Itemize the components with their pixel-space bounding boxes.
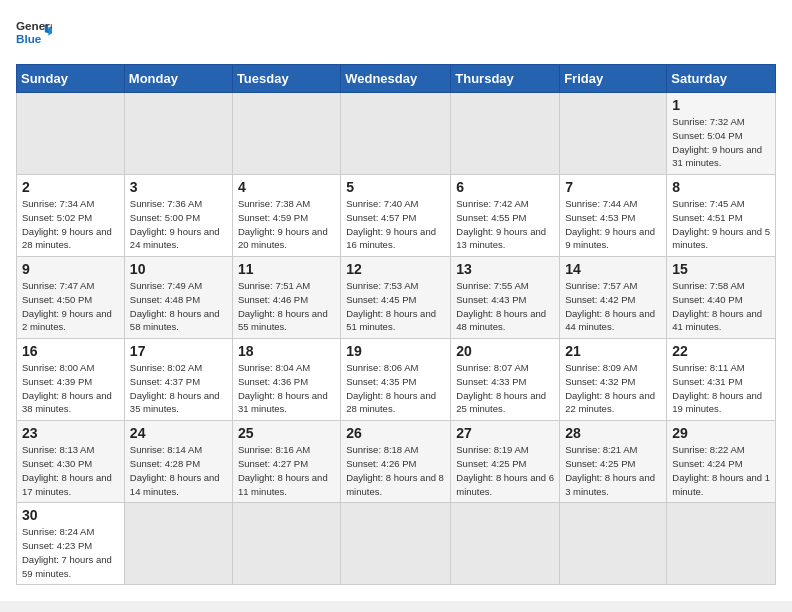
day-info: Sunrise: 7:42 AM Sunset: 4:55 PM Dayligh… xyxy=(456,197,554,252)
day-info: Sunrise: 7:44 AM Sunset: 4:53 PM Dayligh… xyxy=(565,197,661,252)
day-number: 23 xyxy=(22,425,119,441)
calendar-cell: 17Sunrise: 8:02 AM Sunset: 4:37 PM Dayli… xyxy=(124,339,232,421)
day-info: Sunrise: 8:09 AM Sunset: 4:32 PM Dayligh… xyxy=(565,361,661,416)
day-info: Sunrise: 7:49 AM Sunset: 4:48 PM Dayligh… xyxy=(130,279,227,334)
day-number: 24 xyxy=(130,425,227,441)
day-number: 16 xyxy=(22,343,119,359)
calendar-cell: 15Sunrise: 7:58 AM Sunset: 4:40 PM Dayli… xyxy=(667,257,776,339)
day-number: 1 xyxy=(672,97,770,113)
calendar-cell: 11Sunrise: 7:51 AM Sunset: 4:46 PM Dayli… xyxy=(232,257,340,339)
calendar-cell xyxy=(124,503,232,585)
svg-text:Blue: Blue xyxy=(16,32,42,45)
day-info: Sunrise: 7:32 AM Sunset: 5:04 PM Dayligh… xyxy=(672,115,770,170)
page: General Blue SundayMondayTuesdayWednesda… xyxy=(0,0,792,601)
day-info: Sunrise: 8:06 AM Sunset: 4:35 PM Dayligh… xyxy=(346,361,445,416)
day-info: Sunrise: 7:57 AM Sunset: 4:42 PM Dayligh… xyxy=(565,279,661,334)
calendar-cell xyxy=(341,93,451,175)
calendar-cell: 3Sunrise: 7:36 AM Sunset: 5:00 PM Daylig… xyxy=(124,175,232,257)
calendar-cell: 13Sunrise: 7:55 AM Sunset: 4:43 PM Dayli… xyxy=(451,257,560,339)
day-number: 10 xyxy=(130,261,227,277)
calendar-cell: 12Sunrise: 7:53 AM Sunset: 4:45 PM Dayli… xyxy=(341,257,451,339)
day-number: 5 xyxy=(346,179,445,195)
day-info: Sunrise: 8:04 AM Sunset: 4:36 PM Dayligh… xyxy=(238,361,335,416)
header: General Blue xyxy=(16,16,776,52)
weekday-header-tuesday: Tuesday xyxy=(232,65,340,93)
day-info: Sunrise: 7:55 AM Sunset: 4:43 PM Dayligh… xyxy=(456,279,554,334)
day-info: Sunrise: 7:51 AM Sunset: 4:46 PM Dayligh… xyxy=(238,279,335,334)
calendar-cell: 14Sunrise: 7:57 AM Sunset: 4:42 PM Dayli… xyxy=(560,257,667,339)
calendar-cell: 25Sunrise: 8:16 AM Sunset: 4:27 PM Dayli… xyxy=(232,421,340,503)
day-number: 4 xyxy=(238,179,335,195)
day-number: 3 xyxy=(130,179,227,195)
day-number: 6 xyxy=(456,179,554,195)
calendar-cell: 20Sunrise: 8:07 AM Sunset: 4:33 PM Dayli… xyxy=(451,339,560,421)
calendar-cell xyxy=(232,93,340,175)
calendar-cell: 2Sunrise: 7:34 AM Sunset: 5:02 PM Daylig… xyxy=(17,175,125,257)
day-info: Sunrise: 8:22 AM Sunset: 4:24 PM Dayligh… xyxy=(672,443,770,498)
calendar-cell: 27Sunrise: 8:19 AM Sunset: 4:25 PM Dayli… xyxy=(451,421,560,503)
day-info: Sunrise: 8:02 AM Sunset: 4:37 PM Dayligh… xyxy=(130,361,227,416)
weekday-header-thursday: Thursday xyxy=(451,65,560,93)
calendar-cell: 5Sunrise: 7:40 AM Sunset: 4:57 PM Daylig… xyxy=(341,175,451,257)
day-info: Sunrise: 8:18 AM Sunset: 4:26 PM Dayligh… xyxy=(346,443,445,498)
weekday-header-sunday: Sunday xyxy=(17,65,125,93)
calendar-cell xyxy=(667,503,776,585)
calendar-cell: 10Sunrise: 7:49 AM Sunset: 4:48 PM Dayli… xyxy=(124,257,232,339)
calendar-cell: 9Sunrise: 7:47 AM Sunset: 4:50 PM Daylig… xyxy=(17,257,125,339)
day-info: Sunrise: 8:16 AM Sunset: 4:27 PM Dayligh… xyxy=(238,443,335,498)
calendar-cell: 21Sunrise: 8:09 AM Sunset: 4:32 PM Dayli… xyxy=(560,339,667,421)
calendar-cell: 23Sunrise: 8:13 AM Sunset: 4:30 PM Dayli… xyxy=(17,421,125,503)
day-info: Sunrise: 8:21 AM Sunset: 4:25 PM Dayligh… xyxy=(565,443,661,498)
day-info: Sunrise: 7:45 AM Sunset: 4:51 PM Dayligh… xyxy=(672,197,770,252)
day-info: Sunrise: 8:19 AM Sunset: 4:25 PM Dayligh… xyxy=(456,443,554,498)
day-info: Sunrise: 8:07 AM Sunset: 4:33 PM Dayligh… xyxy=(456,361,554,416)
day-number: 28 xyxy=(565,425,661,441)
day-info: Sunrise: 7:36 AM Sunset: 5:00 PM Dayligh… xyxy=(130,197,227,252)
day-number: 14 xyxy=(565,261,661,277)
day-number: 19 xyxy=(346,343,445,359)
calendar-cell xyxy=(124,93,232,175)
weekday-header-monday: Monday xyxy=(124,65,232,93)
calendar-cell: 30Sunrise: 8:24 AM Sunset: 4:23 PM Dayli… xyxy=(17,503,125,585)
calendar-cell: 7Sunrise: 7:44 AM Sunset: 4:53 PM Daylig… xyxy=(560,175,667,257)
calendar-cell xyxy=(341,503,451,585)
day-info: Sunrise: 7:47 AM Sunset: 4:50 PM Dayligh… xyxy=(22,279,119,334)
calendar-cell: 24Sunrise: 8:14 AM Sunset: 4:28 PM Dayli… xyxy=(124,421,232,503)
day-number: 9 xyxy=(22,261,119,277)
weekday-header-wednesday: Wednesday xyxy=(341,65,451,93)
calendar-cell xyxy=(17,93,125,175)
day-info: Sunrise: 8:14 AM Sunset: 4:28 PM Dayligh… xyxy=(130,443,227,498)
calendar-cell xyxy=(232,503,340,585)
day-number: 7 xyxy=(565,179,661,195)
calendar-cell: 18Sunrise: 8:04 AM Sunset: 4:36 PM Dayli… xyxy=(232,339,340,421)
day-info: Sunrise: 7:40 AM Sunset: 4:57 PM Dayligh… xyxy=(346,197,445,252)
day-number: 29 xyxy=(672,425,770,441)
day-info: Sunrise: 7:38 AM Sunset: 4:59 PM Dayligh… xyxy=(238,197,335,252)
calendar-table: SundayMondayTuesdayWednesdayThursdayFrid… xyxy=(16,64,776,585)
day-info: Sunrise: 8:13 AM Sunset: 4:30 PM Dayligh… xyxy=(22,443,119,498)
calendar-cell: 26Sunrise: 8:18 AM Sunset: 4:26 PM Dayli… xyxy=(341,421,451,503)
logo: General Blue xyxy=(16,16,52,52)
calendar-cell: 19Sunrise: 8:06 AM Sunset: 4:35 PM Dayli… xyxy=(341,339,451,421)
calendar-cell: 16Sunrise: 8:00 AM Sunset: 4:39 PM Dayli… xyxy=(17,339,125,421)
day-number: 21 xyxy=(565,343,661,359)
calendar-cell: 28Sunrise: 8:21 AM Sunset: 4:25 PM Dayli… xyxy=(560,421,667,503)
day-number: 17 xyxy=(130,343,227,359)
day-number: 30 xyxy=(22,507,119,523)
day-info: Sunrise: 8:00 AM Sunset: 4:39 PM Dayligh… xyxy=(22,361,119,416)
day-info: Sunrise: 8:24 AM Sunset: 4:23 PM Dayligh… xyxy=(22,525,119,580)
calendar-cell: 4Sunrise: 7:38 AM Sunset: 4:59 PM Daylig… xyxy=(232,175,340,257)
calendar-cell: 22Sunrise: 8:11 AM Sunset: 4:31 PM Dayli… xyxy=(667,339,776,421)
calendar-cell: 29Sunrise: 8:22 AM Sunset: 4:24 PM Dayli… xyxy=(667,421,776,503)
day-number: 18 xyxy=(238,343,335,359)
day-number: 11 xyxy=(238,261,335,277)
day-info: Sunrise: 7:58 AM Sunset: 4:40 PM Dayligh… xyxy=(672,279,770,334)
calendar-cell: 8Sunrise: 7:45 AM Sunset: 4:51 PM Daylig… xyxy=(667,175,776,257)
calendar-cell xyxy=(451,93,560,175)
calendar-cell xyxy=(560,93,667,175)
generalblue-logo-icon: General Blue xyxy=(16,16,52,52)
day-info: Sunrise: 8:11 AM Sunset: 4:31 PM Dayligh… xyxy=(672,361,770,416)
weekday-header-friday: Friday xyxy=(560,65,667,93)
calendar-cell xyxy=(451,503,560,585)
day-number: 22 xyxy=(672,343,770,359)
